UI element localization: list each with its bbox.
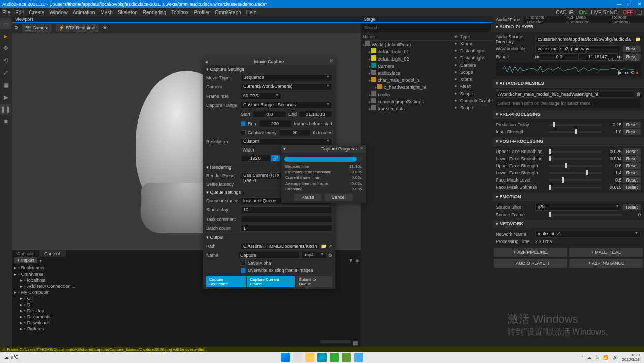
thumb-slider[interactable] — [320, 340, 351, 343]
play-tool-icon[interactable]: ▶ — [0, 92, 11, 103]
loop-icon[interactable]: ⟲ — [630, 70, 634, 75]
fps-select[interactable]: 60 FPS — [241, 93, 281, 100]
stage-row[interactable]: ▸char_male_model_hi●Xform — [361, 76, 493, 83]
stage-col-name[interactable]: Name — [363, 34, 451, 39]
tree-item[interactable]: ▸ ▫Add New Connection ... — [13, 283, 164, 289]
content-tab[interactable]: Content — [39, 250, 66, 257]
sync-state[interactable]: OFF — [623, 10, 633, 15]
stage-col-type[interactable]: Type — [460, 34, 491, 39]
right-tab[interactable]: Character Transfer — [523, 16, 563, 23]
menu-profiler[interactable]: Profiler — [194, 10, 210, 15]
batch-count-input[interactable] — [241, 225, 332, 232]
stage-row[interactable]: ▸computegraphSettings●ComputeGraphS — [361, 98, 493, 105]
output-header[interactable]: ▾ Output — [203, 233, 335, 241]
source-frame-slider[interactable] — [549, 214, 622, 216]
capture-range-select[interactable]: Custom Range - Seconds — [241, 102, 332, 109]
menu-window[interactable]: Window — [49, 10, 68, 15]
weather-icon[interactable]: ☁ — [4, 355, 9, 360]
onedrive-icon[interactable]: ☁ — [587, 355, 591, 360]
stage-row[interactable]: ▸Camera●Camera — [361, 62, 493, 69]
folder-icon[interactable]: 📁 — [321, 244, 327, 249]
pause-button[interactable]: Pause — [294, 194, 321, 201]
stage-row[interactable]: ▸defaultLight_02●DistantLight — [361, 55, 493, 62]
maximize-icon[interactable]: ▢ — [627, 2, 632, 7]
audio-source-input[interactable] — [535, 36, 634, 43]
tree-item[interactable]: ▸ ▫localhost — [13, 277, 164, 283]
close-icon[interactable]: ✕ — [329, 58, 333, 64]
reset-button[interactable]: Reset — [623, 177, 641, 183]
right-tab[interactable]: Audio2Face — [493, 16, 523, 23]
camera-select[interactable]: Current(/World/Camera) — [241, 83, 332, 90]
link-icon[interactable]: 🔗 — [271, 155, 280, 161]
every-input[interactable] — [279, 129, 311, 136]
grid-icon[interactable]: ≡ — [356, 258, 359, 263]
omniverse-icon[interactable] — [354, 353, 363, 362]
volume-icon[interactable]: 🔊 — [613, 355, 618, 360]
network-name-select[interactable]: male_hi_v1 — [535, 231, 641, 238]
stop-tool-icon[interactable]: ■ — [0, 116, 11, 127]
record-icon[interactable]: ● — [636, 70, 639, 75]
task-comment-input[interactable] — [241, 216, 332, 223]
network-header[interactable]: ▾ NETWORK — [493, 220, 644, 228]
output-name-input[interactable] — [238, 252, 300, 259]
slider[interactable] — [549, 131, 602, 133]
reset-button[interactable]: Reset — [623, 122, 641, 128]
edge-icon[interactable] — [317, 353, 327, 362]
stage-row[interactable]: ▸transfer_data●Scope — [361, 105, 493, 112]
stage-tab[interactable]: Stage — [361, 16, 493, 23]
tree-item[interactable]: ▸ ▫Documents — [13, 314, 164, 320]
waveform[interactable]: 0:03.91 | 0:11.18 ▶ ⏮ ⟲ ● — [496, 62, 641, 76]
menu-file[interactable]: File — [2, 10, 10, 15]
reset-button[interactable]: Reset — [623, 156, 641, 162]
reset-button[interactable]: Reset — [623, 46, 641, 52]
menu-toolbox[interactable]: Toolbox — [171, 10, 188, 15]
tree-item[interactable]: ▸ ▫Desktop — [13, 308, 164, 314]
list-view-icon[interactable]: ▦ — [353, 340, 358, 346]
post-header[interactable]: ▾ POST-PROCESSING — [493, 137, 644, 146]
end-input[interactable] — [299, 111, 332, 118]
cancel-button[interactable]: Cancel — [325, 194, 353, 201]
capture-frame-button[interactable]: Capture Current Frame — [247, 276, 295, 287]
resolution-select[interactable]: Custom — [241, 138, 332, 145]
eye-icon[interactable]: 👁 — [103, 25, 107, 31]
overwrite-checkbox[interactable] — [241, 268, 246, 273]
output-path-input[interactable] — [241, 243, 319, 250]
viewport-tab[interactable]: Viewport — [12, 16, 361, 23]
submit-queue-button[interactable]: Submit to Queue — [296, 276, 332, 287]
slider[interactable] — [549, 187, 602, 188]
render-mode[interactable]: ⚡ RTX Real-time — [56, 24, 99, 32]
slider[interactable] — [549, 165, 602, 167]
menu-help[interactable]: Help — [246, 10, 257, 15]
menu-skeleton[interactable]: Skeleton — [118, 10, 138, 15]
save-alpha-checkbox[interactable] — [241, 261, 246, 266]
camera-selector[interactable]: 📷 Camera — [22, 24, 52, 32]
chevron-down-icon[interactable]: ▾ — [39, 258, 42, 263]
menu-create[interactable]: Create — [29, 10, 44, 15]
capture-settings-header[interactable]: ▾ Capture Settings — [203, 65, 335, 73]
a2f-instance-button[interactable]: + A2F INSTANCE — [569, 259, 643, 268]
stage-row[interactable]: ▸Looks●Scope — [361, 90, 493, 98]
movie-type-select[interactable]: Sequence — [241, 74, 332, 81]
folder-icon[interactable]: 📁 — [635, 37, 641, 42]
pause-tool-icon[interactable]: ❚❚ — [0, 104, 11, 115]
reset-button[interactable]: Reset — [623, 163, 641, 169]
close-icon[interactable]: ✕ — [360, 146, 364, 151]
skip-start-icon[interactable]: ⏮ — [535, 54, 540, 59]
gear-icon[interactable]: ⚙ — [14, 25, 18, 31]
start-delay-input[interactable] — [241, 206, 332, 214]
move-tool-icon[interactable]: ✥ — [0, 43, 11, 54]
mesh-path-input[interactable] — [496, 90, 634, 98]
a2f-pipeline-button[interactable]: + A2F PIPELINE — [494, 248, 567, 257]
run-frames-input[interactable] — [259, 120, 292, 127]
tree-item[interactable]: ▸ ▫C: — [13, 295, 164, 301]
right-tab[interactable]: Render Settings — [608, 16, 644, 23]
start-input[interactable] — [253, 111, 286, 118]
run-checkbox[interactable] — [241, 121, 246, 126]
collapse-icon[interactable]: ▾ — [283, 146, 286, 152]
sync-toggle-icon[interactable] — [637, 10, 642, 15]
menu-edit[interactable]: Edit — [15, 10, 24, 15]
start-icon[interactable] — [281, 353, 290, 362]
select-tool-icon[interactable]: ▭ — [0, 18, 11, 29]
tree-item[interactable]: ▸ ▫Pictures — [13, 326, 164, 332]
stage-search-input[interactable] — [362, 24, 492, 32]
